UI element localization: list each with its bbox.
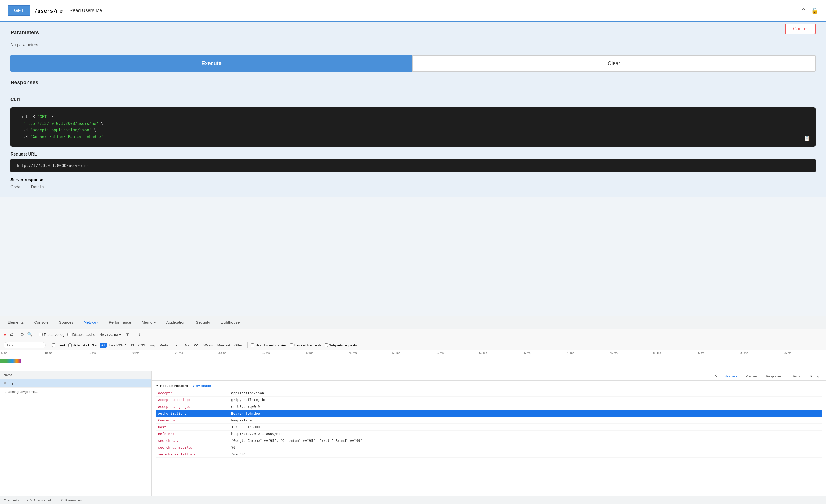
header-name-sec-ch-ua: sec-ch-ua: [158, 439, 231, 443]
third-party-label[interactable]: 3rd-party requests [324, 343, 357, 347]
no-params-text: No parameters [10, 43, 816, 47]
detail-tabs: ✕ Headers Preview Response Initiator Tim… [152, 371, 826, 381]
header-sec-ch-ua-platform: sec-ch-ua-platform: "macOS" [156, 451, 822, 458]
tab-application[interactable]: Application [162, 318, 190, 327]
filter-js[interactable]: JS [128, 343, 135, 348]
resources-size: 595 B resources [59, 499, 81, 502]
curl-line1: curl -X 'GET' \ [18, 114, 808, 121]
record-icon[interactable]: ● [4, 332, 7, 337]
request-me-row[interactable]: ✕ me [0, 379, 152, 388]
code-label: Code [10, 185, 20, 190]
requests-count: 2 requests [4, 499, 19, 502]
has-blocked-cookies-label[interactable]: Has blocked cookies [251, 343, 286, 347]
header-name-authorization: Authorization: [158, 412, 231, 416]
invert-label[interactable]: Invert [52, 343, 65, 347]
filter-ws[interactable]: WS [192, 343, 201, 348]
filter-all[interactable]: All [100, 343, 107, 348]
responses-title: Responses [10, 79, 39, 87]
header-name-sec-ch-ua-platform: sec-ch-ua-platform: [158, 452, 231, 456]
type-filters: All Fetch/XHR JS CSS Img Media Font Doc … [100, 343, 244, 348]
waterfall-bar-1 [0, 359, 21, 363]
tick-95ms: 95 ms [782, 351, 826, 355]
timeline-cursor [118, 357, 118, 371]
view-source-link[interactable]: View source [192, 384, 211, 388]
devtools-toolbar: ● ♺ ⚙ 🔍 Preserve log Disable cache No th… [0, 329, 826, 340]
detail-tab-response[interactable]: Response [762, 373, 785, 380]
tick-25ms: 25 ms [174, 351, 217, 355]
tab-elements[interactable]: Elements [3, 318, 28, 327]
tick-90ms: 90 ms [739, 351, 782, 355]
invert-checkbox[interactable] [52, 343, 55, 347]
tab-sources[interactable]: Sources [54, 318, 78, 327]
filter-font[interactable]: Font [171, 343, 181, 348]
detail-tab-preview[interactable]: Preview [741, 373, 762, 380]
tab-security[interactable]: Security [191, 318, 215, 327]
third-party-checkbox[interactable] [324, 343, 328, 347]
devtools-panel: Elements Console Sources Network Perform… [0, 316, 826, 504]
disable-cache-label[interactable]: Disable cache [67, 332, 95, 337]
tab-network[interactable]: Network [79, 318, 103, 327]
detail-tab-headers[interactable]: Headers [720, 373, 741, 380]
filter-doc[interactable]: Doc [182, 343, 191, 348]
timeline-bar-area [0, 357, 826, 371]
request-svg-row[interactable]: data:image/svg+xml;... [0, 388, 152, 396]
invert-text: Invert [57, 343, 65, 347]
hide-data-urls-label[interactable]: Hide data URLs [68, 343, 97, 347]
tab-memory[interactable]: Memory [137, 318, 161, 327]
timeline-ruler: 5 ms 10 ms 15 ms 20 ms 25 ms 30 ms 35 ms… [0, 350, 826, 357]
search-icon[interactable]: 🔍 [27, 332, 33, 337]
has-blocked-cookies-checkbox[interactable] [251, 343, 254, 347]
req-name-svg: data:image/svg+xml;... [4, 390, 38, 394]
curl-line4: -H 'Authorization: Bearer johndoe' [18, 134, 808, 141]
tab-performance[interactable]: Performance [104, 318, 136, 327]
throttle-dropdown-icon[interactable]: ▼ [125, 332, 130, 337]
curl-line2: 'http://127.0.0.1:8000/users/me' \ [18, 121, 808, 127]
action-buttons: Execute Clear [10, 55, 816, 72]
clear-requests-icon[interactable]: ♺ [10, 332, 14, 337]
filter-input[interactable] [4, 342, 46, 348]
copy-icon[interactable]: 📋 [804, 135, 810, 141]
clear-button[interactable]: Clear [412, 55, 816, 72]
import-icon[interactable]: ↑ [133, 332, 135, 337]
detail-close-button[interactable]: ✕ [711, 372, 720, 380]
header-sec-ch-ua-mobile: sec-ch-ua-mobile: ?0 [156, 444, 822, 451]
preserve-log-label[interactable]: Preserve log [39, 332, 65, 337]
curl-label: Curl [10, 97, 816, 102]
detail-tab-timing[interactable]: Timing [805, 373, 823, 380]
code-details-row: Code Details [10, 185, 816, 190]
tab-lighthouse[interactable]: Lighthouse [216, 318, 244, 327]
parameters-title: Parameters [10, 29, 39, 38]
blocked-requests-label[interactable]: Blocked Requests [290, 343, 322, 347]
preserve-log-checkbox[interactable] [39, 333, 43, 336]
preserve-log-text: Preserve log [44, 332, 65, 337]
request-url-label: Request URL [10, 152, 816, 156]
devtools-tabs-bar: Elements Console Sources Network Perform… [0, 316, 826, 329]
tab-console[interactable]: Console [30, 318, 53, 327]
filter-fetch-xhr[interactable]: Fetch/XHR [108, 343, 128, 348]
header-name-accept-language: Accept-Language: [158, 405, 231, 408]
header-value-sec-ch-ua-mobile: ?0 [231, 445, 235, 449]
filter-img[interactable]: Img [148, 343, 157, 348]
filter-media[interactable]: Media [158, 343, 170, 348]
transferred-size: 255 B transferred [27, 499, 51, 502]
parameters-section: Parameters No parameters [10, 29, 816, 47]
header-value-host: 127.0.0.1:8000 [231, 425, 260, 429]
execute-button[interactable]: Execute [10, 55, 412, 72]
disable-cache-checkbox[interactable] [67, 333, 71, 336]
filter-wasm[interactable]: Wasm [202, 343, 215, 348]
filter-icon[interactable]: ⚙ [20, 332, 24, 337]
lock-icon[interactable]: 🔒 [811, 7, 818, 14]
filter-other[interactable]: Other [233, 343, 245, 348]
hide-data-urls-checkbox[interactable] [68, 343, 72, 347]
blocked-requests-checkbox[interactable] [290, 343, 293, 347]
throttle-select[interactable]: No throttling [98, 332, 122, 337]
filter-css[interactable]: CSS [137, 343, 147, 348]
collapse-icon[interactable]: ⌃ [801, 7, 806, 14]
filter-divider [49, 342, 49, 348]
detail-tab-initiator[interactable]: Initiator [785, 373, 805, 380]
curl-code: curl -X 'GET' \ 'http://127.0.0.1:8000/u… [18, 114, 808, 140]
cancel-button[interactable]: Cancel [785, 23, 816, 34]
filter-manifest[interactable]: Manifest [216, 343, 232, 348]
export-icon[interactable]: ↓ [138, 332, 141, 337]
tick-20ms: 20 ms [130, 351, 174, 355]
